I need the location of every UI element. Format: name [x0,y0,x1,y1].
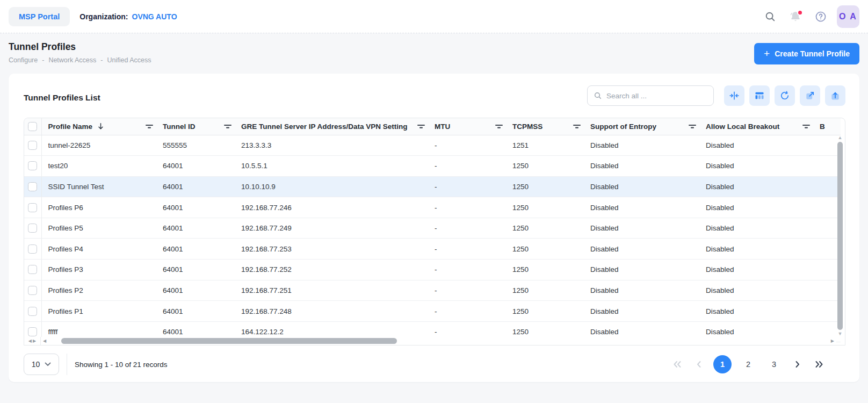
vertical-scroll-thumb[interactable] [837,142,843,330]
horizontal-scroll-track[interactable] [48,338,829,344]
scroll-right-icon[interactable]: ▶ [829,339,836,343]
sort-descending-icon[interactable] [97,123,104,130]
row-checkbox[interactable] [28,203,37,212]
cell-tunnel-id: 64001 [156,301,235,322]
column-header-tunnel-id[interactable]: Tunnel ID [156,118,235,135]
scroll-up-icon[interactable]: ▲ [838,135,843,140]
page-title: Tunnel Profiles [9,41,151,53]
filter-icon[interactable] [802,124,810,129]
previous-page-button[interactable] [692,355,706,373]
compress-columns-button[interactable] [724,85,744,106]
scroll-left-icon[interactable]: ◀ [41,339,48,343]
breadcrumb-item-unified-access[interactable]: Unified Access [107,56,151,64]
column-header-support-of-entropy[interactable]: Support of Entropy [584,118,699,135]
select-all-checkbox[interactable] [28,122,37,131]
filter-icon[interactable] [495,124,503,129]
open-external-button[interactable] [800,85,820,106]
page-size-select[interactable]: 10 [24,354,59,375]
help-button[interactable] [812,8,830,26]
filter-icon[interactable] [573,124,581,129]
page-button-3[interactable]: 3 [765,355,783,373]
vertical-scrollbar[interactable]: ▲ ▼ [837,135,843,336]
filter-icon[interactable] [224,124,232,129]
export-button[interactable] [825,85,845,106]
frozen-column-scroll-buttons[interactable]: ◀ ▶ [24,337,41,345]
cell-breakout: Disabled [699,301,813,322]
notifications-button[interactable] [786,8,805,26]
cell-gre-ip: 192.168.77.248 [235,301,428,322]
horizontal-scrollbar[interactable]: ◀ ▶ ◀ ▶ [24,337,836,345]
top-navigation-bar: MSP Portal Organization: OVNG AUTO [0,0,868,33]
table-search-box[interactable] [587,85,714,106]
user-avatar[interactable]: O A [837,5,859,28]
cell-tcpmss: 1250 [506,156,584,177]
cell-profile-name: tunnel-22625 [41,135,156,156]
cell-gre-ip: 192.168.77.252 [235,260,428,280]
column-header-mtu[interactable]: MTU [428,118,506,135]
table-row[interactable]: Profiles P5 64001 192.168.77.249 - 1250 … [24,218,841,239]
search-input[interactable] [606,92,707,100]
column-header-allow-local-breakout[interactable]: Allow Local Breakout [699,118,813,135]
cell-profile-name: test20 [41,156,156,177]
cell-tunnel-id: 64001 [156,176,235,197]
page-button-2[interactable]: 2 [739,355,757,373]
table-row[interactable]: test20 64001 10.5.5.1 - 1250 Disabled Di… [24,156,841,177]
panel-title: Tunnel Profiles List [24,89,100,103]
cell-mtu: - [428,218,506,239]
search-icon [764,11,776,23]
manage-columns-button[interactable] [749,85,770,106]
next-page-button[interactable] [791,355,805,373]
table-row[interactable]: tunnel-22625 555555 213.3.3.3 - 1251 Dis… [24,135,841,156]
filter-icon[interactable] [146,124,153,129]
row-checkbox[interactable] [28,224,37,233]
cell-mtu: - [428,176,506,197]
row-checkbox[interactable] [28,286,37,295]
row-checkbox[interactable] [28,327,37,336]
page-button-1[interactable]: 1 [713,355,732,373]
cell-tunnel-id: 64001 [156,218,235,239]
cell-gre-ip: 192.168.77.253 [235,239,428,260]
tunnel-profiles-table: Profile Name Tunnel ID [24,118,845,346]
cell-entropy: Disabled [584,239,699,260]
row-checkbox[interactable] [28,141,37,150]
divider [67,354,67,375]
row-checkbox[interactable] [28,161,37,170]
scroll-left-icon[interactable]: ◀ [28,339,32,343]
breadcrumb-item-network-access[interactable]: Network Access [48,56,96,64]
table-row-selected[interactable]: SSID Tunnel Test 64001 10.10.10.9 - 1250… [24,176,841,197]
cell-profile-name: Profiles P1 [41,301,156,322]
table-row[interactable]: Profiles P2 64001 192.168.77.251 - 1250 … [24,280,841,301]
organization-name-link[interactable]: OVNG AUTO [132,12,177,21]
refresh-button[interactable] [775,85,795,106]
table-header-row: Profile Name Tunnel ID [24,118,841,135]
last-page-button[interactable] [812,355,826,373]
table-row[interactable]: Profiles P3 64001 192.168.77.252 - 1250 … [24,260,841,280]
column-header-profile-name[interactable]: Profile Name [41,118,156,135]
cell-tunnel-id: 64001 [156,260,235,280]
cell-breakout: Disabled [699,156,813,177]
cell-mtu: - [428,135,506,156]
global-search-button[interactable] [761,8,779,26]
row-checkbox[interactable] [28,265,37,274]
horizontal-scroll-thumb[interactable] [61,338,397,344]
table-row[interactable]: Profiles P4 64001 192.168.77.253 - 1250 … [24,239,841,260]
column-header-truncated[interactable]: B [813,118,841,135]
cell-tcpmss: 1251 [506,135,584,156]
scroll-down-icon[interactable]: ▼ [838,332,843,336]
breadcrumb-item-configure[interactable]: Configure [9,56,38,64]
filter-icon[interactable] [417,124,425,129]
table-row[interactable]: Profiles P1 64001 192.168.77.248 - 1250 … [24,301,841,322]
create-tunnel-profile-button[interactable]: + Create Tunnel Profile [754,43,859,64]
table-row[interactable]: Profiles P6 64001 192.168.77.246 - 1250 … [24,197,841,218]
scroll-right-icon[interactable]: ▶ [33,339,36,343]
row-checkbox[interactable] [28,307,37,316]
row-checkbox[interactable] [28,182,37,191]
column-header-gre-ip[interactable]: GRE Tunnel Server IP Address/Data VPN Se… [235,118,428,135]
first-page-button[interactable] [670,355,684,373]
msp-portal-button[interactable]: MSP Portal [9,7,70,26]
filter-icon[interactable] [689,124,696,129]
cell-mtu: - [428,260,506,280]
column-header-tcpmss[interactable]: TCPMSS [506,118,584,135]
row-checkbox[interactable] [28,244,37,254]
records-summary: Showing 1 - 10 of 21 records [75,361,168,369]
